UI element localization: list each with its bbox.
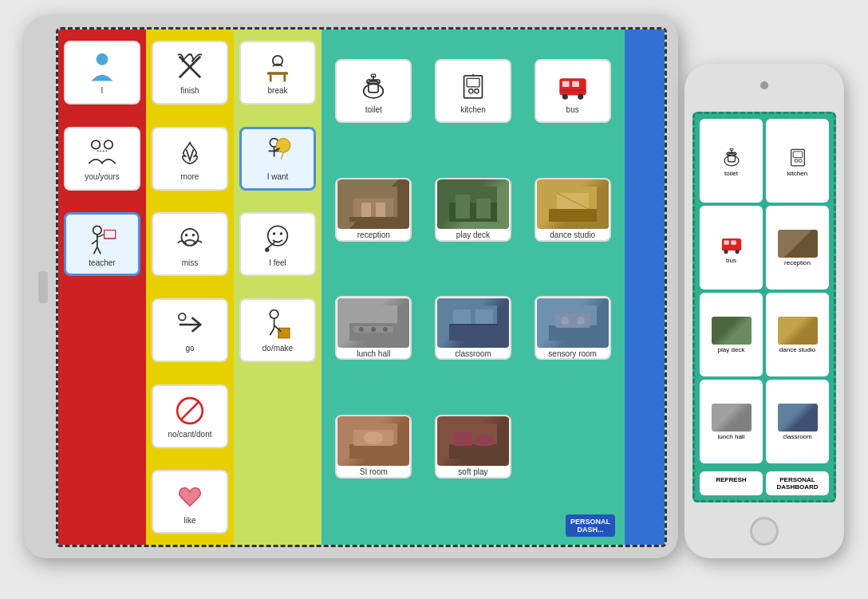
symbol-cell-domake[interactable]: do/make [234,287,322,373]
phone-bottom-btns: REFRESH PERSONAL DASHBOARD [695,468,834,500]
svg-rect-61 [456,195,470,219]
phone-grid: toilet kitchen [695,114,834,468]
symbol-cell-miss[interactable]: miss [146,201,234,287]
svg-rect-76 [475,309,493,324]
symbol-cell-reception[interactable]: reception [326,153,421,267]
symbol-box-teacher: teacher [64,212,140,276]
label-youyours: you/yours [85,172,119,181]
phone-cell-classroom[interactable]: classroom [766,380,829,463]
phone-cell-dancestudio[interactable]: dance studio [766,293,829,376]
want-icon [260,136,295,171]
svg-point-14 [181,228,198,245]
symbol-box-go: go [152,298,228,362]
symbol-cell-bus[interactable]: bus [525,34,620,148]
svg-rect-58 [349,217,397,222]
phone-bus-icon [719,231,744,257]
svg-rect-49 [562,81,569,87]
svg-rect-74 [449,325,497,341]
label-i: I [101,86,104,95]
symbol-cell-sensory[interactable]: sensory room [525,271,620,385]
svg-line-29 [281,152,283,160]
svg-rect-88 [449,444,497,459]
svg-point-15 [185,234,188,237]
phone-photo-dancestudio [778,317,818,345]
symbol-box-more: more [152,127,228,191]
phone-label-dancestudio: dance studio [779,346,815,353]
green-empty-2 [234,459,322,545]
label-dancestudio: dance studio [550,231,595,239]
svg-rect-37 [278,329,290,338]
symbol-cell-iwant[interactable]: I want [234,116,322,202]
label-more: more [181,172,199,181]
symbol-cell-finish[interactable]: finish [146,30,234,116]
phone-cell-lunchhall[interactable]: lunch hall [700,380,763,463]
symbol-cell-dancestudio[interactable]: dance studio [525,153,620,267]
svg-rect-44 [467,78,479,87]
svg-point-35 [270,310,278,319]
label-sensory: sensory room [548,349,597,358]
svg-rect-80 [555,313,590,328]
symbol-box-i: I [64,41,140,104]
svg-line-7 [93,246,97,254]
symbol-cell-i[interactable]: I [58,30,146,116]
symbol-cell-more[interactable]: more [146,116,234,202]
label-bus: bus [566,105,579,114]
phone-cell-kitchen[interactable]: kitchen [766,119,829,203]
svg-line-20 [181,402,198,419]
phone-personal-dashboard-button[interactable]: PERSONAL DASHBOARD [766,471,829,495]
svg-point-18 [179,313,186,321]
svg-rect-56 [361,203,371,219]
toilet-icon [356,69,391,104]
svg-point-4 [93,226,102,234]
phone-photo-playdeck [712,317,752,345]
svg-rect-57 [376,203,385,219]
symbol-cell-teacher[interactable]: teacher [58,201,146,287]
svg-point-72 [383,327,388,332]
symbol-cell-softplay[interactable]: soft play [426,390,521,504]
symbol-box-reception: reception [335,178,412,242]
symbol-box-like: like [152,470,228,534]
phone-cell-reception[interactable]: reception [766,206,829,290]
red-empty-3 [58,459,146,545]
photo-siroom [337,416,409,466]
phone-screen: toilet kitchen [692,112,836,502]
svg-rect-53 [559,89,586,91]
photo-reception [337,179,409,229]
symbol-cell-classroom[interactable]: classroom [426,271,521,385]
symbol-cell-kitchen[interactable]: kitchen [426,34,521,148]
red-column: I you/yours [58,30,146,545]
label-teacher: teacher [89,258,115,267]
svg-point-45 [469,89,473,93]
symbol-cell-go[interactable]: go [146,287,234,373]
domake-icon [260,307,295,342]
symbol-cell-playdeck[interactable]: play deck [426,153,521,267]
symbol-cell-youyours[interactable]: you/yours [58,116,146,202]
phone-cell-toilet[interactable]: toilet [700,119,763,203]
phone-cell-bus[interactable]: bus [700,206,763,290]
photo-playdeck [437,179,509,229]
phone-cell-playdeck[interactable]: play deck [700,293,763,376]
symbol-box-domake: do/make [239,298,316,362]
phone-refresh-button[interactable]: REFRESH [700,471,763,495]
svg-rect-95 [730,148,733,151]
photo-dancestudio [537,179,609,229]
photo-sensory [537,298,609,348]
personal-dashboard-button[interactable]: PERSONALDASH... [566,514,615,537]
label-softplay: soft play [458,467,487,476]
symbol-cell-ifeel[interactable]: I feel [234,201,322,287]
phone-home-button[interactable] [750,517,779,546]
svg-point-91 [724,156,739,166]
symbol-box-ifeel: I feel [239,212,316,276]
symbol-cell-like[interactable]: like [146,459,234,545]
symbol-cell-lunchhall[interactable]: lunch hall [326,271,421,385]
symbol-cell-no[interactable]: no/cant/dont [146,373,234,459]
tablet: I you/yours [24,16,678,558]
symbol-cell-break[interactable]: break [234,30,322,116]
tablet-button[interactable] [38,271,48,303]
symbol-cell-toilet[interactable]: toilet [326,34,421,148]
label-lunchhall: lunch hall [357,349,390,358]
svg-point-38 [364,84,384,98]
symbol-cell-siroom[interactable]: SI room [326,390,421,504]
svg-point-32 [280,232,283,235]
symbol-box-no: no/cant/dont [152,384,228,448]
